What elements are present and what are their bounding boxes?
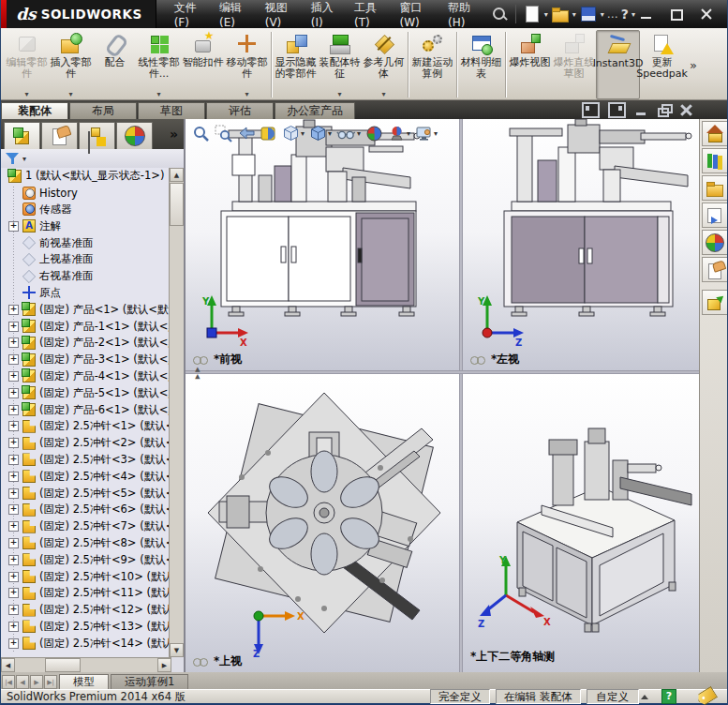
toolbar-button[interactable]: 编辑零部件 (5, 30, 49, 99)
previous-view-icon[interactable] (236, 124, 256, 143)
menu-item[interactable]: 帮助(H) (438, 0, 484, 28)
viewport-horizontal-splitter[interactable] (186, 370, 699, 374)
tab-custom-properties[interactable] (702, 257, 728, 282)
toolbar-button[interactable]: 智能扣件 (181, 30, 225, 99)
tree-item[interactable]: 前视基准面 (1, 234, 171, 251)
zoom-to-area-icon[interactable] (214, 124, 233, 143)
command-tab[interactable]: 办公室产品 (275, 102, 355, 119)
save-dropdown-arrow-icon[interactable] (601, 10, 604, 19)
toolbar-button[interactable] (456, 32, 457, 98)
previous-pane-icon[interactable] (582, 102, 600, 118)
dropdown-arrow-icon[interactable] (156, 90, 160, 98)
more-commands-icon[interactable] (607, 8, 618, 21)
toolbar-button[interactable]: 配合 (93, 30, 137, 99)
tree-item[interactable]: (固定) 产品-2<1> (默认<默 (1, 335, 171, 352)
units-dropdown-arrow-icon[interactable] (641, 695, 648, 699)
tree-item[interactable]: (固定) 2.5冲针<12> (默认< (1, 602, 171, 619)
menu-item[interactable]: 视图(V) (255, 0, 301, 28)
expand-toggle[interactable] (8, 221, 19, 232)
first-tab-icon[interactable] (2, 675, 15, 689)
display-style-icon[interactable] (308, 124, 333, 143)
toolbar-button[interactable]: 显示隐藏的零部件 (274, 30, 318, 99)
tab-configurationmanager[interactable] (79, 122, 115, 149)
tree-item[interactable]: (固定) 2.5冲针<13> (默认< (1, 619, 171, 636)
tree-item[interactable]: (固定) 2.5冲针<9> (默认< (1, 551, 171, 568)
dropdown-arrow-icon[interactable] (68, 90, 72, 98)
tree-item[interactable]: (固定) 产品-4<1> (默认<默 (1, 368, 171, 385)
tree-item[interactable]: (固定) 2.5冲针<10> (默认< (1, 568, 171, 585)
menu-item[interactable]: 窗口(W) (390, 0, 438, 28)
tree-item[interactable]: (固定) 2.5冲针<6> (默认< (1, 502, 171, 518)
expand-toggle[interactable] (8, 322, 19, 332)
viewport-front[interactable]: Y X *前视 (186, 119, 459, 370)
tab-design-library[interactable] (702, 148, 728, 173)
menu-item[interactable]: 插入(I) (301, 0, 344, 28)
tree-root-item[interactable]: 1 (默认<默认_显示状态-1>) (1, 168, 171, 185)
tree-item[interactable]: 原点 (1, 285, 171, 302)
close-button[interactable] (695, 7, 718, 22)
tree-item[interactable]: 传感器 (1, 202, 171, 218)
dropdown-arrow-icon[interactable] (434, 129, 438, 138)
toolbar-button[interactable]: 参考几何体 (362, 30, 406, 99)
tag-icon[interactable] (695, 686, 718, 705)
dropdown-arrow-icon[interactable] (24, 90, 28, 98)
expand-toggle[interactable] (8, 622, 19, 632)
expand-toggle[interactable] (8, 388, 19, 398)
custom-units-field[interactable]: 自定义 (587, 689, 640, 704)
document-minimize-icon[interactable] (634, 104, 648, 116)
tree-item[interactable]: (固定) 2.5冲针<11> (默认< (1, 585, 171, 602)
apply-scene-icon[interactable] (387, 124, 411, 143)
expand-toggle[interactable] (8, 305, 19, 315)
expand-toggle[interactable] (8, 371, 19, 382)
command-tab[interactable]: 评估 (206, 102, 274, 119)
dropdown-arrow-icon[interactable] (407, 129, 410, 138)
tab-assembly-tools[interactable] (702, 290, 728, 315)
tree-item[interactable]: (固定) 2.5冲针<5> (默认< (1, 485, 171, 502)
command-tab[interactable]: 草图 (138, 102, 205, 119)
expand-toggle[interactable] (8, 521, 19, 532)
expand-toggle[interactable] (8, 405, 19, 415)
expand-toggle[interactable] (8, 572, 19, 582)
toolbar-button[interactable]: 装配体特征 (318, 30, 362, 99)
menu-item[interactable]: 编辑(E) (209, 0, 255, 28)
expand-toggle[interactable] (8, 588, 19, 598)
toolbar-button[interactable]: 新建运动算例 (410, 30, 454, 99)
viewport-vertical-splitter[interactable] (459, 119, 463, 672)
view-orientation-icon[interactable] (281, 124, 305, 143)
previous-tab-icon[interactable] (16, 675, 29, 689)
dropdown-arrow-icon[interactable] (328, 129, 332, 138)
scroll-up-icon[interactable] (170, 168, 184, 182)
help-icon[interactable] (621, 7, 629, 22)
tree-item[interactable]: 上视基准面 (1, 251, 171, 268)
new-document-icon[interactable] (523, 5, 542, 23)
toolbar-button[interactable]: Instant3D (596, 30, 640, 99)
expand-toggle[interactable] (8, 605, 19, 615)
tree-item[interactable]: (固定) 产品<1> (默认<默认 (1, 301, 171, 318)
toolbar-button[interactable]: 线性零部件... (137, 30, 181, 99)
menu-item[interactable]: 文件(F) (164, 0, 209, 28)
expand-toggle[interactable] (8, 338, 19, 348)
expand-toggle[interactable] (8, 555, 19, 565)
scrollbar-thumb[interactable] (170, 183, 184, 226)
expand-toggle[interactable] (8, 504, 19, 515)
tab-featuremanager[interactable] (4, 122, 40, 149)
dropdown-arrow-icon[interactable] (337, 90, 341, 98)
next-pane-icon[interactable] (608, 102, 626, 118)
expand-toggle[interactable] (8, 354, 19, 365)
expand-toggle[interactable] (8, 472, 19, 482)
tree-item[interactable]: (固定) 产品-1<1> (默认<默 (1, 318, 171, 335)
expand-toggle[interactable] (8, 421, 19, 431)
toolbar-button[interactable]: 更新 Speedpak (640, 30, 684, 99)
tree-item[interactable]: (固定) 产品-3<1> (默认<默 (1, 352, 171, 368)
tree-item[interactable]: 右视基准面 (1, 268, 171, 285)
restore-button[interactable] (665, 7, 688, 22)
search-icon[interactable] (490, 5, 509, 23)
document-close-icon[interactable] (679, 104, 693, 116)
dropdown-arrow-icon[interactable] (245, 90, 248, 98)
tree-item[interactable]: (固定) 2.5冲针<8> (默认< (1, 535, 171, 552)
new-dropdown-arrow-icon[interactable] (544, 10, 548, 19)
scroll-right-icon[interactable] (157, 658, 171, 672)
document-tab[interactable]: 运动算例1 (111, 674, 188, 689)
tree-item[interactable]: (固定) 产品-5<1> (默认<默 (1, 384, 171, 401)
viewport-isometric[interactable]: Y X Z *上下二等角轴测 (463, 374, 699, 672)
